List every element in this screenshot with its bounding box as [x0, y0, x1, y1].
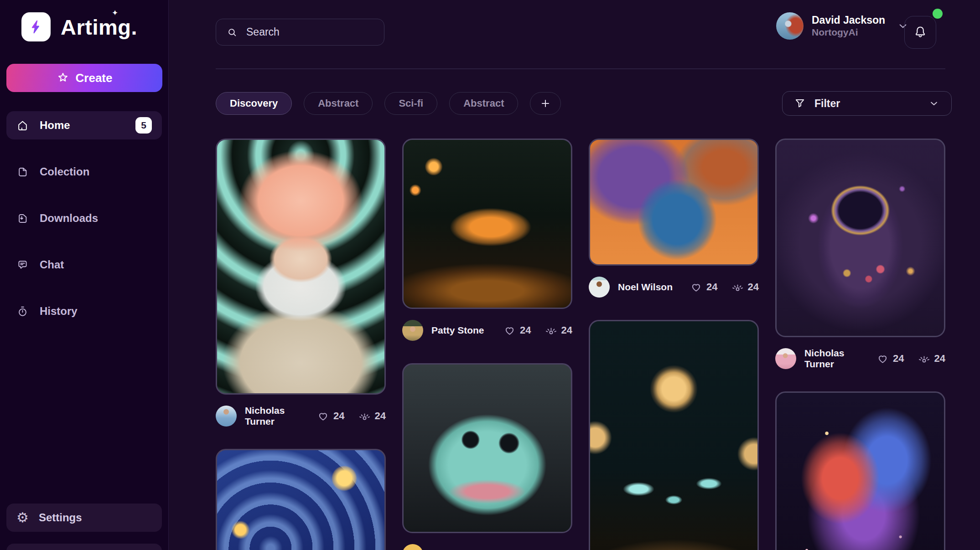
category-tabs: Discovery Abstract Sci-fi Abstract	[216, 92, 561, 115]
history-icon	[16, 305, 29, 318]
artimg-app: { "app": { "name": "Artimg.", "spark": "…	[0, 0, 980, 550]
sparkle-icon: ✦	[112, 8, 119, 18]
artwork-card-starry-night[interactable]	[216, 449, 386, 550]
tab-abstract-2[interactable]: Abstract	[449, 92, 518, 115]
card-author-row: Patty Stone2424	[402, 320, 572, 341]
likes-count: 24	[333, 410, 344, 422]
search-input[interactable]	[245, 26, 382, 39]
feed-grid: Nicholas Turner2424Patty Stone2424Noel W…	[216, 139, 945, 550]
collection-icon	[16, 166, 29, 178]
views-stat[interactable]: 24	[545, 324, 572, 337]
sidebar-item-settings[interactable]: ⚙ Settings	[6, 504, 162, 532]
views-stat[interactable]: 24	[918, 353, 945, 365]
bell-icon	[913, 25, 928, 40]
author-name[interactable]: Nicholas Turner	[245, 405, 317, 427]
bolt-icon	[21, 12, 51, 41]
sidebar-item-label: Chat	[40, 258, 64, 271]
views-count: 24	[934, 353, 945, 365]
tab-scifi[interactable]: Sci-fi	[384, 92, 437, 115]
user-avatar[interactable]	[776, 12, 804, 40]
sidebar-item-home[interactable]: Home 5	[6, 111, 162, 139]
sidebar-item-downloads[interactable]: Downloads	[6, 204, 162, 232]
sidebar-item-label: Downloads	[40, 212, 98, 225]
author-avatar[interactable]	[589, 277, 610, 298]
views-count: 24	[375, 410, 386, 422]
author-name[interactable]: Nicholas Turner	[804, 348, 876, 370]
heart-icon	[690, 281, 702, 293]
tab-discovery[interactable]: Discovery	[216, 92, 292, 115]
user-text: David Jackson NortogyAi	[812, 14, 885, 39]
funnel-icon	[793, 97, 806, 110]
feed-column-4: Nicholas Turner2424	[775, 139, 945, 550]
gear-icon: ⚙	[16, 511, 29, 524]
feed-column-3: Noel Wilson2424	[589, 139, 759, 550]
online-status-dot	[933, 9, 943, 19]
sidebar-item-colection[interactable]: Colection	[6, 158, 162, 186]
views-stat[interactable]: 24	[731, 281, 759, 293]
likes-stat[interactable]: 24	[503, 324, 531, 337]
likes-stat[interactable]: 24	[317, 410, 344, 422]
sidebar-nav: Home 5 Colection Downloads	[6, 111, 162, 344]
sidebar-item-label: Colection	[40, 165, 89, 178]
create-button[interactable]: Create	[6, 64, 162, 92]
author-avatar[interactable]	[402, 320, 423, 341]
sidebar-item-chat[interactable]: Chat	[6, 251, 162, 279]
author-avatar[interactable]	[216, 406, 237, 427]
artwork-card-cyber-tiger[interactable]	[402, 139, 572, 309]
likes-stat[interactable]: 24	[876, 353, 904, 365]
filter-button[interactable]: Filter	[782, 91, 952, 116]
chat-icon	[16, 259, 29, 271]
plus-icon	[539, 98, 551, 109]
user-profile[interactable]: David Jackson NortogyAi	[776, 12, 910, 40]
artwork-card-nebula-figure[interactable]	[775, 391, 945, 550]
user-org: NortogyAi	[812, 26, 885, 38]
artwork-card-ufo-scene[interactable]	[589, 320, 759, 550]
create-label: Create	[76, 71, 113, 85]
likes-count: 24	[893, 353, 904, 365]
author-avatar[interactable]	[775, 348, 796, 369]
artwork-card-jeweled-gameboy[interactable]	[775, 139, 945, 337]
author-name[interactable]: Noel Wilson	[618, 282, 673, 293]
likes-count: 24	[520, 324, 531, 336]
eye-icon	[358, 410, 371, 422]
card-stats: 2424	[876, 353, 945, 365]
tab-abstract-1[interactable]: Abstract	[304, 92, 373, 115]
sidebar-item-label: Home	[40, 119, 70, 132]
sidebar-item-history[interactable]: History	[6, 297, 162, 325]
feed-column-1: Nicholas Turner2424	[216, 139, 386, 550]
feed-column-2: Patty Stone2424	[402, 139, 572, 550]
eye-icon	[545, 324, 557, 337]
app-title: Artimg. ✦	[61, 15, 137, 40]
star-icon	[57, 72, 69, 84]
views-count: 24	[748, 281, 759, 293]
artwork-card-psychedelic-portrait[interactable]	[589, 139, 759, 266]
add-tab-button[interactable]	[530, 92, 561, 115]
author-name[interactable]: Patty Stone	[431, 325, 484, 336]
sidebar: Artimg. ✦ Create Home 5	[0, 0, 169, 550]
card-stats: 2424	[503, 324, 572, 337]
header-divider	[216, 68, 945, 69]
download-icon	[16, 212, 29, 225]
notifications-button[interactable]	[904, 16, 936, 49]
search-box[interactable]	[216, 19, 384, 46]
main-content: David Jackson NortogyAi Discovery Abstra…	[169, 0, 980, 550]
card-author-row: Noel Wilson2424	[589, 277, 759, 298]
artwork-card-blue-monster[interactable]	[402, 363, 572, 533]
likes-count: 24	[706, 281, 717, 293]
artwork-card-girl-bubble[interactable]	[216, 139, 386, 395]
home-icon	[16, 119, 29, 132]
sidebar-item-partial[interactable]	[6, 544, 162, 550]
sidebar-bottom: ⚙ Settings	[6, 504, 162, 550]
filter-label: Filter	[814, 98, 840, 110]
home-badge: 5	[135, 117, 152, 134]
heart-icon	[317, 410, 329, 422]
views-stat[interactable]: 24	[358, 410, 386, 422]
heart-icon	[503, 324, 516, 337]
card-author-row: Nicholas Turner2424	[775, 348, 945, 369]
author-avatar[interactable]	[402, 544, 423, 550]
sidebar-item-label: History	[40, 305, 78, 318]
search-icon	[226, 26, 238, 38]
sidebar-item-label: Settings	[39, 511, 82, 524]
likes-stat[interactable]: 24	[690, 281, 717, 293]
app-logo[interactable]: Artimg. ✦	[21, 12, 137, 41]
